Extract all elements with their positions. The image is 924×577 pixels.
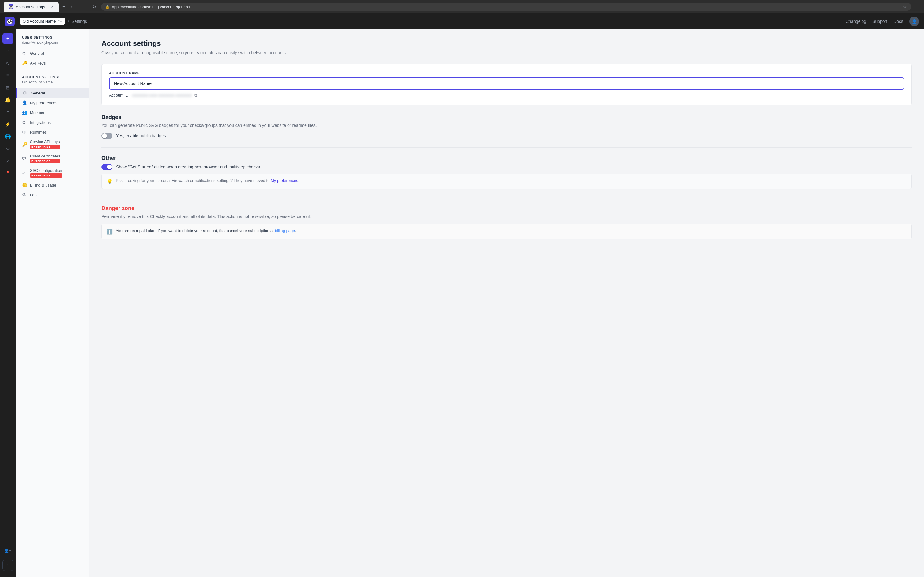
info-box: 💡 Psst! Looking for your personal Firewa… (101, 174, 912, 189)
enterprise-label-wrap-cert: Client certificates ENTERPRISE (30, 154, 60, 163)
sidebar-home-button[interactable]: ⌂ (2, 45, 13, 56)
badges-toggle[interactable] (101, 133, 112, 139)
danger-box-text: You are on a paid plan. If you want to d… (116, 229, 296, 233)
changelog-link[interactable]: Changelog (845, 19, 866, 24)
collapse-sidebar-button[interactable]: › (2, 560, 13, 571)
sidebar-item-runtimes[interactable]: ⚙ Runtimes (16, 127, 89, 137)
section-divider (101, 147, 912, 148)
avatar[interactable]: 👤 (910, 16, 919, 26)
sidebar-item-integrations-label: Integrations (30, 120, 51, 125)
user-email: dana@checklyhq.com (16, 40, 89, 48)
copy-account-id-button[interactable]: ⧉ (194, 93, 197, 98)
breadcrumb: Old Account Name ⌃⌄ / Settings (19, 18, 87, 25)
badges-toggle-row: Yes, enable public badges (101, 133, 912, 139)
main-content: Account settings Give your account a rec… (89, 29, 924, 577)
page-title: Account settings (101, 39, 912, 48)
other-section: Other Show "Get Started" dialog when cre… (101, 155, 912, 189)
account-id-row: Account ID: xxxxxxxx-xxxx-xxxxxxxx-xxxxx… (109, 93, 904, 98)
danger-zone-section: Danger zone Permanently remove this Chec… (101, 205, 912, 239)
other-toggle-label: Show "Get Started" dialog when creating … (116, 164, 260, 169)
account-name-input[interactable] (109, 77, 904, 90)
sidebar-item-user-general-label: General (30, 51, 44, 56)
add-button[interactable]: + (2, 33, 13, 44)
app-logo[interactable]: 🐼 (5, 16, 14, 26)
sidebar-item-service-api-keys-label: Service API keys (30, 139, 60, 144)
user-settings-title: USER SETTINGS (16, 35, 89, 40)
account-settings-section: ACCOUNT SETTINGS Old Account Name ⚙ Gene… (16, 75, 89, 200)
sidebar-code-button[interactable]: <> (2, 143, 13, 154)
docs-link[interactable]: Docs (893, 19, 903, 24)
sidebar-item-integrations[interactable]: ⚙ Integrations (16, 118, 89, 127)
gear-icon-general: ⚙ (23, 90, 28, 95)
sidebar-item-sso[interactable]: ⤢ SSO configuration ENTERPRISE (16, 166, 89, 180)
sidebar-pulse-button[interactable]: ∿ (2, 58, 13, 68)
browser-expand-icon[interactable]: ⋮ (916, 4, 920, 9)
browser-tab[interactable]: 🐼 Account settings ✕ (4, 2, 59, 11)
enterprise-badge-sso: ENTERPRISE (30, 173, 62, 178)
bookmark-icon[interactable]: ☆ (903, 4, 907, 9)
browser-controls: ← → ↻ (68, 2, 99, 11)
enterprise-label-wrap-sso: SSO configuration ENTERPRISE (30, 168, 62, 178)
sidebar-bell-button[interactable]: 🔔 (2, 94, 13, 105)
sidebar-item-billing[interactable]: 🪙 Billing & usage (16, 180, 89, 190)
sidebar-item-general-label: General (31, 91, 45, 95)
other-toggle[interactable] (101, 164, 112, 170)
sidebar-item-general[interactable]: ⚙ General (16, 88, 89, 98)
url-text: app.checklyhq.com/settings/account/gener… (112, 5, 190, 9)
add-user-button[interactable]: 👤+ (2, 545, 13, 556)
gear-icon: ⚙ (22, 51, 27, 56)
sidebar-globe-button[interactable]: 🌐 (2, 131, 13, 142)
danger-desc: Permanently remove this Checkly account … (101, 214, 912, 219)
toggle-knob (102, 133, 107, 138)
info-text: Psst! Looking for your personal Firewatc… (116, 178, 299, 183)
sidebar-item-client-certs-label: Client certificates (30, 154, 60, 158)
sidebar-item-runtimes-label: Runtimes (30, 130, 47, 135)
billing-page-link[interactable]: billing page (275, 229, 295, 233)
sidebar-item-service-api-keys[interactable]: 🔑 Service API keys ENTERPRISE (16, 137, 89, 152)
breadcrumb-current: Settings (71, 19, 87, 24)
sidebar-item-my-preferences[interactable]: 👤 My preferences (16, 98, 89, 108)
refresh-button[interactable]: ↻ (90, 2, 99, 11)
support-link[interactable]: Support (873, 19, 887, 24)
sidebar-monitor-button[interactable]: 🖥 (2, 106, 13, 118)
enterprise-badge-service: ENTERPRISE (30, 145, 60, 149)
enterprise-label-wrap: Service API keys ENTERPRISE (30, 139, 60, 149)
sidebar-item-labs[interactable]: ⚗ Labs (16, 190, 89, 200)
my-preferences-link[interactable]: My preferences (271, 178, 298, 183)
account-id-label: Account ID: (109, 93, 130, 98)
settings-sidebar: USER SETTINGS dana@checklyhq.com ⚙ Gener… (16, 29, 89, 577)
back-button[interactable]: ← (68, 2, 77, 11)
sidebar-checklist-button[interactable]: ≡ (2, 70, 13, 81)
sidebar-pin-button[interactable]: 📍 (2, 168, 13, 179)
integration-icon: ⚙ (22, 120, 27, 125)
badges-desc: You can generate Public SVG badges for y… (101, 123, 912, 128)
account-switcher[interactable]: Old Account Name ⌃⌄ (19, 18, 65, 25)
sidebar-item-labs-label: Labs (30, 193, 39, 197)
new-tab-button[interactable]: + (62, 4, 66, 10)
badges-section: Badges You can generate Public SVG badge… (101, 114, 912, 139)
sidebar-item-api-keys[interactable]: 🔑 API keys (16, 58, 89, 68)
service-key-icon: 🔑 (22, 142, 27, 147)
sidebar-dashboard-button[interactable]: ⊞ (2, 82, 13, 93)
key-icon: 🔑 (22, 61, 27, 65)
other-toggle-row: Show "Get Started" dialog when creating … (101, 164, 912, 170)
sidebar-item-billing-label: Billing & usage (30, 183, 56, 187)
top-nav-right: Changelog Support Docs 👤 (845, 16, 919, 26)
account-switcher-name: Old Account Name (22, 19, 56, 24)
address-bar[interactable]: 🔒 app.checklyhq.com/settings/account/gen… (101, 3, 911, 11)
sidebar-item-client-certs[interactable]: 🛡 Client certificates ENTERPRISE (16, 152, 89, 166)
forward-button[interactable]: → (79, 2, 88, 11)
account-name-subtitle: Old Account Name (16, 80, 89, 88)
breadcrumb-separator: / (68, 19, 69, 24)
page-subtitle: Give your account a recognisable name, s… (101, 50, 912, 55)
tab-title: Account settings (16, 5, 45, 9)
sidebar-item-members[interactable]: 👥 Members (16, 108, 89, 118)
account-id-value: xxxxxxxx-xxxx-xxxxxxxx-xxxxxxxx (132, 93, 191, 98)
badges-toggle-label: Yes, enable public badges (116, 133, 166, 138)
sidebar-item-user-general[interactable]: ⚙ General (16, 48, 89, 58)
sidebar-lightning-button[interactable]: ⚡ (2, 119, 13, 130)
badges-title: Badges (101, 114, 912, 121)
sidebar-chart-button[interactable]: ↗ (2, 155, 13, 166)
main-area: + ⌂ ∿ ≡ ⊞ 🔔 🖥 ⚡ 🌐 <> ↗ 📍 👤+ › USER SETTI… (0, 29, 924, 577)
tab-close-button[interactable]: ✕ (51, 5, 54, 9)
